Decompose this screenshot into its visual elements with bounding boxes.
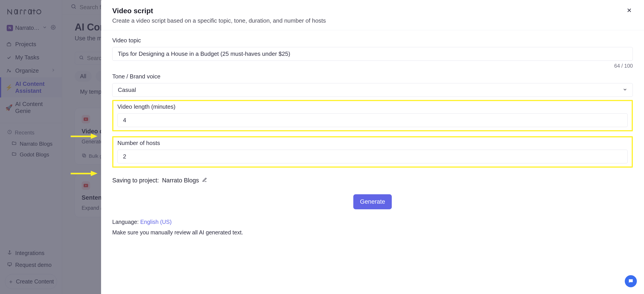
number-of-hosts-highlight: Number of hosts (112, 136, 633, 168)
saving-to-project-name: Narrato Blogs (162, 177, 199, 184)
close-icon[interactable] (626, 7, 633, 16)
tone-label: Tone / Brand voice (112, 73, 633, 80)
language-value[interactable]: English (US) (140, 219, 172, 225)
hosts-label: Number of hosts (118, 139, 628, 146)
video-length-label: Video length (minutes) (118, 103, 628, 110)
language-label: Language: (112, 219, 139, 225)
video-topic-input[interactable] (112, 47, 633, 61)
chat-fab[interactable] (625, 275, 637, 287)
edit-project-icon[interactable] (202, 177, 207, 184)
hosts-input[interactable] (118, 150, 628, 163)
modal-title: Video script (112, 7, 326, 15)
video-topic-label: Video topic (112, 37, 633, 44)
video-topic-counter: 64 / 100 (112, 63, 633, 69)
modal-subtitle: Create a video script based on a specifi… (112, 17, 326, 24)
saving-to-project-label: Saving to project: (112, 177, 159, 184)
tone-select[interactable] (112, 83, 633, 97)
video-length-highlight: Video length (minutes) (112, 100, 633, 131)
video-length-input[interactable] (118, 113, 628, 127)
generate-button[interactable]: Generate (353, 194, 392, 209)
video-script-modal: Video script Create a video script based… (101, 0, 644, 294)
ai-disclaimer: Make sure you manually review all AI gen… (112, 229, 633, 236)
